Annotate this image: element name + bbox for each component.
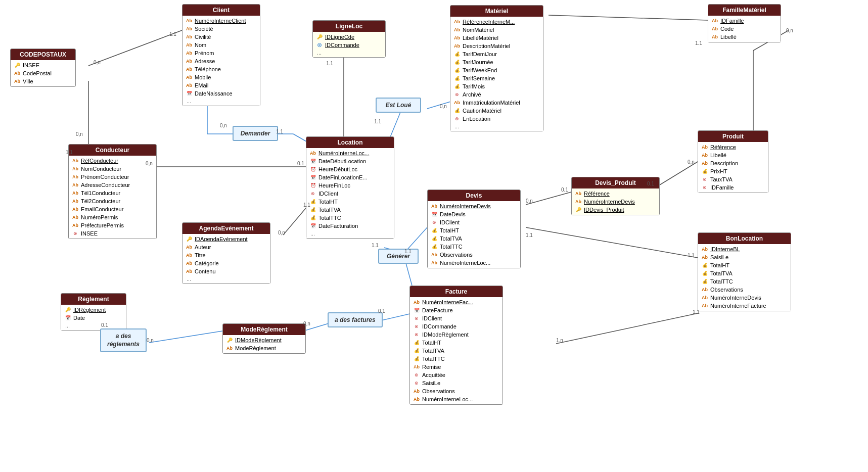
entity-produit: Produit AbRéférence AbLibellé AbDescript…: [698, 130, 768, 193]
entity-reglement: Règlement 🔑IDRèglement 📅Date ...: [61, 293, 126, 331]
entity-devisproduit: Devis_Produit AbRéférence AbNuméroIntern…: [571, 177, 660, 215]
card-5: 0,n: [220, 123, 227, 128]
card-23: 1.1: [688, 253, 695, 258]
card-6: 1.1: [276, 129, 283, 134]
svg-line-0: [88, 30, 182, 66]
card-27: 0.1: [378, 308, 385, 314]
card-1: 0,n: [94, 60, 101, 65]
entity-devis-header: Devis: [428, 190, 520, 201]
svg-line-22: [526, 227, 698, 258]
entity-conducteur-header: Conducteur: [69, 145, 156, 156]
card-10: 0,n: [440, 104, 447, 109]
svg-line-23: [556, 313, 698, 344]
card-21: 0,n: [786, 28, 793, 33]
svg-line-27: [149, 331, 222, 343]
entity-codepostaux: CODEPOSTAUX 🔑INSEE AbCodePostal AbVille: [10, 49, 76, 87]
card-15: 1.1: [404, 249, 412, 254]
entity-reglement-header: Règlement: [61, 294, 126, 305]
entity-modereglement-header: ModeRèglement: [223, 324, 305, 335]
relation-generer: Générer: [378, 249, 419, 264]
entity-modereglement: ModeRèglement 🔑IDModeRèglement AbModeRèg…: [222, 323, 306, 354]
entity-facture: Facture AbNuméroInterneFac... 📅DateFactu…: [409, 286, 503, 405]
entity-famillemateriel: FamilleMatériel AbIDFamille AbCode AbLib…: [708, 4, 781, 42]
entity-codepostaux-header: CODEPOSTAUX: [11, 49, 75, 60]
card-4: 1.1: [66, 150, 73, 155]
entity-conducteur: Conducteur AbRéfConducteur AbNomConducte…: [68, 144, 157, 239]
entity-bonlocation-header: BonLocation: [698, 233, 791, 244]
entity-client: Client AbNuméroInterneClient AbSociété A…: [182, 4, 260, 106]
entity-lignelocv-header: LigneLoc: [313, 21, 385, 32]
card-8: 0.1: [297, 161, 304, 166]
card-20: 1.1: [695, 40, 702, 46]
entity-location: Location AbNuméroInterneLoc... 📅DateDébu…: [306, 136, 394, 239]
entity-devis: Devis AbNuméroInterneDevis 📅DateDevis ⊗I…: [427, 190, 521, 268]
card-12: 0,n: [278, 230, 285, 235]
diagram-container: CODEPOSTAUX 🔑INSEE AbCodePostal AbVille …: [0, 0, 868, 472]
card-29: 0,n: [147, 338, 154, 343]
card-25: 1.1: [693, 309, 700, 315]
card-19: 0,n: [688, 159, 695, 165]
card-22: 1.1: [526, 232, 533, 238]
entity-facture-header: Facture: [410, 286, 502, 297]
entity-agendaevenement: AgendaEvénement 🔑IDAgendaEvénement AbAut…: [182, 222, 270, 284]
svg-line-21: [549, 15, 708, 20]
relation-adesfattures: a des factures: [328, 312, 383, 327]
relation-demander: Demander: [233, 126, 278, 141]
card-26: 0,n: [303, 321, 310, 326]
entity-bonlocation: BonLocation AbIDInterneBL AbSaisiLe 💰Tot…: [698, 232, 791, 311]
card-14: 1.1: [372, 243, 379, 248]
entity-materiel: Matériel AbRéférenceInterneM... AbNomMat…: [450, 5, 543, 131]
entity-materiel-header: Matériel: [450, 6, 543, 17]
card-9: 1.1: [326, 61, 333, 66]
card-28: 0.1: [101, 322, 108, 328]
card-17: 0.1: [561, 187, 568, 193]
card-16: 0,n: [526, 198, 533, 204]
entity-famillemateriel-header: FamilleMatériel: [708, 5, 781, 16]
entity-devisproduit-header: Devis_Produit: [572, 177, 659, 188]
relation-estloue: Est Loué: [376, 98, 421, 113]
relation-adesreglements: a des réglements: [100, 328, 147, 352]
entity-lignelocv: LigneLoc 🔑IDLigneCde ⊗IDCommande ...: [312, 20, 386, 58]
card-18: 0.1: [647, 181, 654, 186]
card-7: 0,n: [146, 161, 153, 166]
entity-location-header: Location: [306, 137, 394, 148]
entity-agendaevenement-header: AgendaEvénement: [182, 223, 270, 234]
card-24: 1.n: [556, 338, 563, 343]
card-2: 1.1: [169, 31, 176, 37]
card-11: 1.1: [374, 119, 381, 124]
entity-client-header: Client: [182, 5, 260, 16]
entity-produit-header: Produit: [698, 131, 768, 142]
card-13: 1.1: [303, 202, 310, 208]
card-3: 0,n: [76, 131, 83, 137]
svg-line-25: [379, 313, 412, 321]
